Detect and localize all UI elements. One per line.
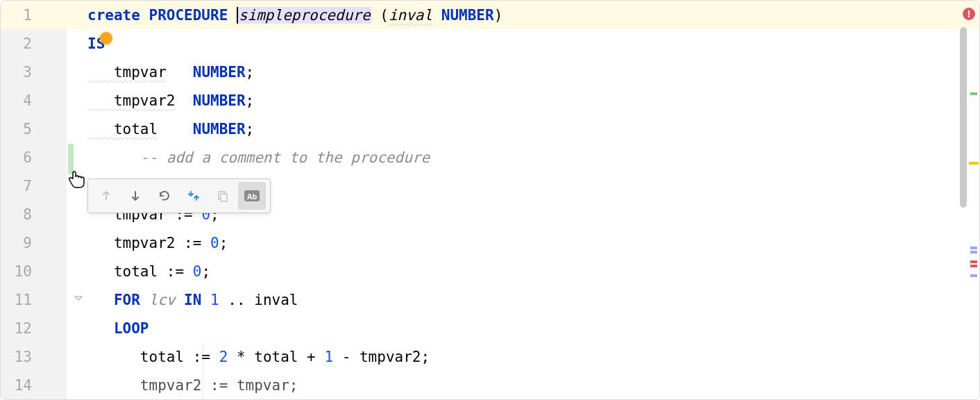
var-tmpvar2: tmpvar2 [87, 92, 175, 109]
line-number-5: 5 [1, 121, 46, 138]
number-literal: 1 [324, 349, 333, 365]
next-change-button[interactable] [121, 182, 149, 210]
prev-change-button[interactable] [92, 182, 120, 210]
keyword-loop: LOOP [87, 320, 149, 337]
keyword-for: FOR [87, 292, 149, 308]
line-number-8: 8 [1, 206, 46, 223]
diff-toolbar: Ab [87, 178, 271, 213]
vertical-scrollbar[interactable] [960, 27, 967, 208]
line-number-10: 10 [1, 263, 46, 280]
keyword-number: NUMBER [441, 7, 494, 24]
code-line-11[interactable]: FOR lcv IN 1 .. inval [67, 285, 979, 314]
toggle-highlight-button[interactable]: Ab [238, 182, 266, 210]
line-number-9: 9 [1, 235, 46, 251]
paren-open: ( [371, 7, 389, 24]
line-number-4: 4 [1, 92, 46, 109]
code-line-2[interactable]: IS [67, 29, 979, 58]
line-number-1: 1 [1, 7, 46, 24]
line-number-7: 7 [1, 178, 46, 194]
keyword-create: create [87, 7, 140, 24]
stripe-marker[interactable] [969, 162, 979, 165]
semicolon: ; [246, 92, 255, 109]
code-line-6[interactable]: -- add a comment to the procedure [67, 143, 979, 172]
code-line-14[interactable]: tmpvar2 := tmpvar; [67, 371, 979, 399]
code-line-12[interactable]: LOOP [67, 314, 979, 342]
keyword-number: NUMBER [193, 64, 246, 81]
stmt-total-calc-a: total := [87, 349, 219, 365]
rollback-button[interactable] [151, 182, 178, 210]
stmt-tmpvar2-assign: tmpvar2 := [87, 235, 210, 251]
stmt-total-assign: total := [87, 263, 193, 280]
code-line-9[interactable]: tmpvar2 := 0; [67, 228, 979, 257]
keyword-number: NUMBER [193, 92, 246, 109]
line-number-12: 12 [1, 320, 46, 337]
line-number-6: 6 [1, 149, 46, 166]
ident-inval: inval [254, 292, 298, 308]
procedure-name[interactable]: simpleprocedure [237, 7, 371, 24]
comment-text: -- add a comment to the procedure [87, 149, 430, 166]
number-literal: 2 [219, 349, 228, 365]
stmt-total-calc-c: - tmpvar2; [333, 349, 430, 365]
paren-close: ) [494, 7, 503, 24]
line-number-14: 14 [1, 377, 46, 394]
stripe-marker[interactable] [970, 265, 977, 267]
semicolon: ; [246, 121, 255, 138]
line-number-11: 11 [1, 292, 46, 308]
stripe-marker[interactable] [970, 251, 977, 253]
var-tmpvar: tmpvar [87, 64, 167, 81]
error-stripe[interactable] [968, 1, 979, 399]
keyword-procedure: PROCEDURE [140, 7, 237, 24]
loopvar-lcv: lcv [149, 292, 176, 308]
code-line-4[interactable]: tmpvar2 NUMBER; [67, 86, 979, 115]
number-literal: 0 [193, 263, 202, 280]
keyword-number: NUMBER [193, 121, 246, 138]
param-inval: inval [389, 7, 432, 24]
semicolon: ; [246, 64, 255, 81]
svg-text:Ab: Ab [247, 192, 257, 201]
line-number-13: 13 [1, 349, 46, 365]
code-line-5[interactable]: total NUMBER; [67, 115, 979, 143]
keyword-in: IN [175, 292, 210, 308]
stmt-total-calc-b: * total + [228, 349, 324, 365]
code-line-10[interactable]: total := 0; [67, 257, 979, 285]
lightbulb-icon[interactable] [100, 32, 112, 44]
stmt-tmpvar2-swap: tmpvar2 := tmpvar; [87, 377, 298, 394]
line-number-3: 3 [1, 64, 46, 81]
var-total: total [87, 121, 158, 138]
stripe-marker[interactable] [970, 260, 977, 263]
code-line-13[interactable]: total := 2 * total + 1 - tmpvar2; [67, 342, 979, 371]
copy-button[interactable] [209, 182, 237, 210]
show-diff-button[interactable] [180, 182, 208, 210]
stripe-marker[interactable] [970, 92, 977, 95]
semicolon: ; [201, 263, 210, 280]
semicolon: ; [219, 235, 228, 251]
number-literal: 1 [210, 292, 219, 308]
code-line-1[interactable]: create PROCEDURE simpleprocedure (inval … [67, 1, 979, 29]
line-number-2: 2 [1, 35, 46, 52]
number-literal: 0 [210, 235, 219, 251]
stripe-marker[interactable] [970, 274, 977, 277]
range-dots: .. [219, 292, 255, 308]
svg-rect-1 [221, 194, 227, 201]
stripe-marker[interactable] [970, 247, 977, 249]
gutter: 1 2 3 4 5 6 7 8 9 10 11 12 13 14 [1, 1, 67, 399]
code-line-3[interactable]: tmpvar NUMBER; [67, 58, 979, 86]
